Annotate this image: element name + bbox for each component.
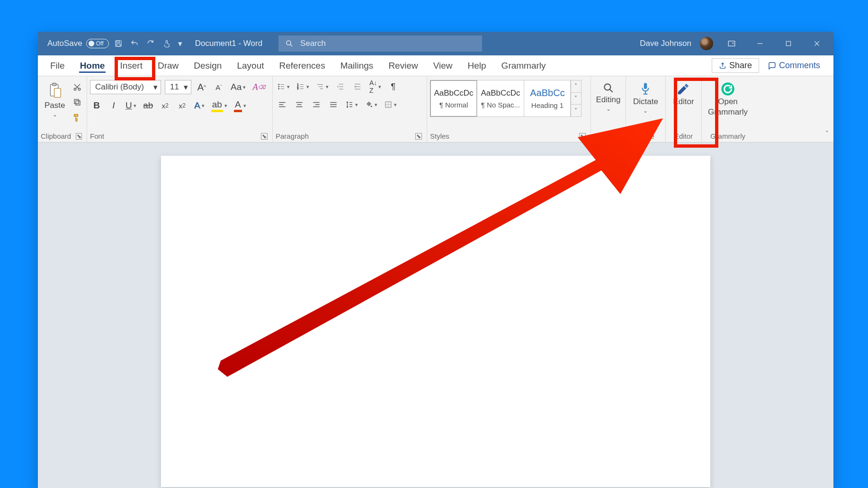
- grow-font-button[interactable]: A^: [195, 80, 208, 94]
- font-dialog-launcher[interactable]: ⬊: [261, 133, 268, 140]
- minimize-button[interactable]: [750, 34, 770, 53]
- underline-button[interactable]: U: [124, 99, 138, 112]
- svg-line-58: [609, 89, 612, 92]
- autosave-control[interactable]: AutoSave Off: [47, 39, 109, 48]
- strikethrough-button[interactable]: ab: [142, 99, 155, 112]
- undo-button[interactable]: [128, 37, 141, 50]
- decrease-indent-button[interactable]: [334, 80, 347, 93]
- align-left-button[interactable]: [276, 98, 289, 111]
- svg-line-4: [290, 44, 292, 46]
- shading-button[interactable]: [363, 98, 379, 111]
- open-grammarly-button[interactable]: Open Grammarly: [704, 80, 752, 118]
- editing-button[interactable]: Editing ⌄: [592, 80, 625, 113]
- paste-label: Paste: [45, 101, 65, 110]
- document-page[interactable]: [161, 156, 710, 487]
- svg-rect-2: [116, 44, 120, 46]
- redo-button[interactable]: [144, 37, 157, 50]
- chevron-down-icon[interactable]: ˅: [571, 93, 581, 105]
- comments-label: Comments: [779, 61, 820, 71]
- group-clipboard: Paste ⌄ Clipboard⬊: [38, 76, 87, 142]
- shrink-font-button[interactable]: Aˇ: [212, 80, 225, 94]
- italic-button[interactable]: I: [107, 99, 120, 112]
- comment-icon: [768, 62, 776, 70]
- subscript-button[interactable]: x2: [159, 99, 172, 112]
- align-center-button[interactable]: [293, 98, 306, 111]
- paste-button[interactable]: Paste ⌄: [41, 80, 69, 119]
- style-heading-1[interactable]: AaBbCc Heading 1: [524, 80, 571, 117]
- copy-button[interactable]: [72, 97, 83, 107]
- increase-indent-button[interactable]: [351, 80, 364, 93]
- tab-design[interactable]: Design: [186, 57, 229, 75]
- superscript-button[interactable]: x2: [176, 99, 189, 112]
- tab-view[interactable]: View: [426, 57, 460, 75]
- sort-button[interactable]: A↓Z: [368, 80, 383, 93]
- font-color-button[interactable]: A: [233, 99, 248, 112]
- format-painter-button[interactable]: [72, 112, 83, 123]
- share-button[interactable]: Share: [712, 58, 759, 73]
- multilevel-list-button[interactable]: [314, 80, 330, 93]
- tab-insert[interactable]: Insert: [112, 57, 150, 75]
- style-normal[interactable]: AaBbCcDc ¶ Normal: [430, 80, 477, 117]
- clear-formatting-button[interactable]: A⌫: [251, 80, 267, 94]
- styles-expand-icon[interactable]: ˅: [571, 105, 581, 116]
- tab-layout[interactable]: Layout: [229, 57, 271, 75]
- change-case-button[interactable]: Aa: [229, 80, 247, 94]
- tab-file[interactable]: File: [43, 57, 72, 75]
- bullets-button[interactable]: [276, 80, 291, 93]
- dictate-button[interactable]: Dictate ⌄: [629, 80, 662, 115]
- font-name-combo[interactable]: Calibri (Body)▾: [90, 80, 161, 94]
- line-spacing-button[interactable]: [344, 98, 359, 111]
- group-voice: Dictate ⌄ Voice: [626, 76, 666, 142]
- group-grammarly: Open Grammarly Grammarly: [702, 76, 754, 142]
- cut-button[interactable]: [72, 82, 83, 92]
- tab-review[interactable]: Review: [381, 57, 425, 75]
- style-no-spacing[interactable]: AaBbCcDc ¶ No Spac...: [477, 80, 524, 117]
- voice-group-label: Voice: [637, 132, 654, 140]
- save-button[interactable]: [112, 37, 125, 50]
- show-hide-button[interactable]: ¶: [386, 80, 400, 93]
- borders-button[interactable]: [383, 98, 398, 111]
- svg-rect-59: [644, 83, 647, 89]
- touch-mode-button[interactable]: [160, 37, 173, 50]
- user-name[interactable]: Dave Johnson: [640, 39, 691, 48]
- comments-button[interactable]: Comments: [764, 59, 824, 72]
- clipboard-dialog-launcher[interactable]: ⬊: [76, 133, 82, 140]
- styles-gallery-scroll[interactable]: ˄ ˅ ˅: [570, 80, 582, 117]
- chevron-up-icon[interactable]: ˄: [571, 80, 581, 93]
- bold-button[interactable]: B: [90, 99, 103, 112]
- group-editing: Editing ⌄: [591, 76, 626, 142]
- svg-rect-15: [76, 101, 80, 105]
- editor-label: Editor: [673, 97, 694, 106]
- qat-customize[interactable]: ▾: [176, 37, 185, 50]
- tab-home[interactable]: Home: [72, 57, 113, 75]
- tab-references[interactable]: References: [272, 57, 333, 75]
- numbering-button[interactable]: 123: [295, 80, 311, 93]
- svg-rect-5: [728, 41, 735, 46]
- editor-group-label: Editor: [674, 132, 693, 140]
- svg-point-3: [286, 41, 291, 45]
- editor-button[interactable]: Editor: [669, 80, 698, 107]
- avatar[interactable]: [700, 37, 713, 50]
- styles-group-label: Styles: [430, 132, 449, 140]
- collapse-ribbon-button[interactable]: ˄: [825, 130, 829, 137]
- paragraph-dialog-launcher[interactable]: ⬊: [415, 133, 422, 140]
- close-button[interactable]: [807, 34, 827, 53]
- document-area: [38, 142, 833, 488]
- svg-point-18: [278, 86, 279, 87]
- styles-dialog-launcher[interactable]: ⬊: [579, 133, 586, 140]
- highlight-button[interactable]: ab: [210, 99, 229, 112]
- justify-button[interactable]: [327, 98, 340, 111]
- font-size-combo[interactable]: 11▾: [165, 80, 191, 94]
- search-placeholder: Search: [300, 39, 326, 48]
- tab-mailings[interactable]: Mailings: [333, 57, 381, 75]
- search-box[interactable]: Search: [278, 35, 482, 52]
- svg-rect-11: [52, 83, 56, 86]
- tab-grammarly[interactable]: Grammarly: [494, 57, 554, 75]
- tab-draw[interactable]: Draw: [150, 57, 186, 75]
- autosave-toggle[interactable]: Off: [86, 39, 109, 48]
- tab-help[interactable]: Help: [460, 57, 494, 75]
- text-effects-button[interactable]: A: [193, 99, 206, 112]
- maximize-button[interactable]: [779, 34, 798, 53]
- align-right-button[interactable]: [310, 98, 323, 111]
- ribbon-display-options[interactable]: [722, 34, 742, 53]
